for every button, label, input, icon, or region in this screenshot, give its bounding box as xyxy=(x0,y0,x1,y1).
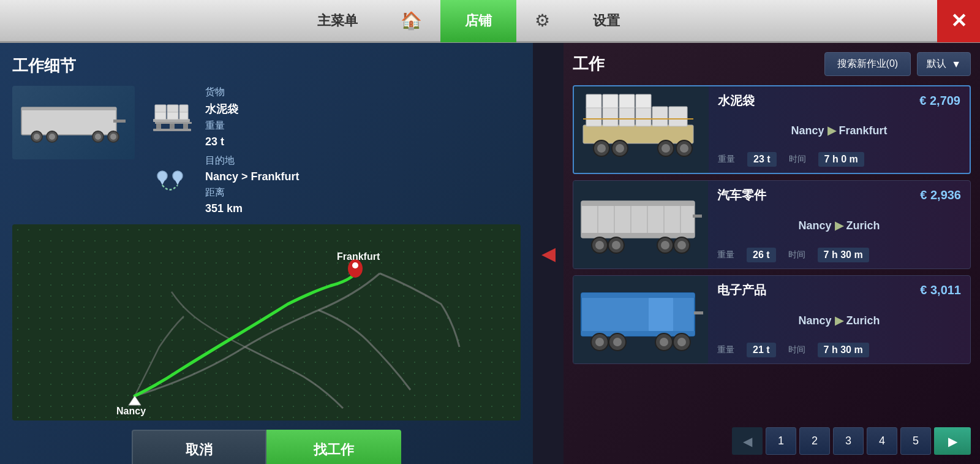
pagination: ◀ 1 2 3 4 5 ▶ xyxy=(573,427,971,455)
svg-rect-69 xyxy=(693,215,702,218)
job-arrow-3: ▶ xyxy=(835,314,846,327)
weight-value-1: 23 t xyxy=(747,152,777,167)
cargo-type-row: 货物 水泥袋 重量 23 t xyxy=(147,86,521,148)
close-button[interactable]: ✕ xyxy=(937,0,980,42)
left-panel: 工作细节 xyxy=(0,43,533,464)
curtain-trailer-svg xyxy=(576,183,705,268)
svg-rect-39 xyxy=(586,94,601,108)
time-label-3: 时间 xyxy=(788,344,805,356)
svg-rect-70 xyxy=(581,293,695,336)
job-route-1: Nancy ▶ Frankfurt xyxy=(718,124,960,137)
page-prev-button[interactable]: ◀ xyxy=(732,427,763,455)
trailer-svg xyxy=(18,98,129,147)
svg-rect-35 xyxy=(619,107,635,126)
flatbed-trailer-svg xyxy=(577,88,706,174)
cancel-button[interactable]: 取消 xyxy=(132,430,266,464)
svg-rect-71 xyxy=(581,293,695,298)
job-thumb-2 xyxy=(573,181,708,269)
job-price-1: € 2,709 xyxy=(919,94,960,108)
default-dropdown[interactable]: 默认 ▼ xyxy=(917,52,971,76)
svg-point-79 xyxy=(613,338,622,346)
job-arrow-2: ▶ xyxy=(835,219,846,232)
svg-rect-20 xyxy=(170,124,175,129)
time-value-2: 7 h 30 m xyxy=(818,248,869,262)
nav-shop[interactable]: 店铺 xyxy=(440,0,516,42)
svg-rect-1 xyxy=(21,107,116,110)
job-top-row-1: 水泥袋 € 2,709 xyxy=(718,93,960,109)
svg-text:Nancy: Nancy xyxy=(116,406,146,416)
job-card-2[interactable]: 汽车零件 € 2,936 Nancy ▶ Zurich 重量 26 t 时间 7… xyxy=(573,180,971,269)
svg-rect-10 xyxy=(113,120,126,123)
location-icon xyxy=(150,167,193,203)
cargo-pallet-icon-area xyxy=(147,99,196,135)
svg-rect-75 xyxy=(649,298,673,331)
weight-value-2: 26 t xyxy=(747,248,776,262)
nav-settings-icon[interactable]: ⚙ xyxy=(516,0,568,42)
page-btn-1[interactable]: 1 xyxy=(766,427,796,455)
svg-rect-22 xyxy=(153,129,191,131)
nav-settings[interactable]: 设置 xyxy=(568,0,644,42)
svg-point-66 xyxy=(661,241,669,249)
distance-label: 距离 xyxy=(205,186,300,199)
search-new-jobs-button[interactable]: 搜索新作业(0) xyxy=(824,52,911,76)
job-stats-3: 重量 21 t 时间 7 h 30 m xyxy=(717,343,961,357)
svg-point-47 xyxy=(616,144,624,153)
find-job-button[interactable]: 找工作 xyxy=(266,430,401,464)
svg-point-62 xyxy=(595,241,604,249)
map-area: Nancy Frankfurt xyxy=(12,224,521,420)
cargo-info-area: 货物 水泥袋 重量 23 t xyxy=(12,86,521,215)
page-btn-5[interactable]: 5 xyxy=(900,427,931,455)
bottom-buttons: 取消 找工作 xyxy=(12,430,521,464)
job-card-3[interactable]: 电子产品 € 3,011 Nancy ▶ Zurich 重量 21 t 时间 7… xyxy=(573,275,971,364)
nav-home-icon[interactable]: 🏠 xyxy=(382,0,440,42)
location-icon-area xyxy=(147,167,196,203)
job-info-3: 电子产品 € 3,011 Nancy ▶ Zurich 重量 21 t 时间 7… xyxy=(708,276,970,363)
box-trailer-svg xyxy=(576,278,705,363)
job-to-1: Frankfurt xyxy=(839,124,888,137)
job-from-3: Nancy xyxy=(798,314,831,327)
top-navigation: 主菜单 🏠 店铺 ⚙ 设置 ✕ xyxy=(0,0,980,43)
divider-arrow[interactable]: ◀ xyxy=(533,43,564,464)
page-next-button[interactable]: ▶ xyxy=(934,427,971,455)
svg-rect-16 xyxy=(167,105,178,112)
svg-rect-84 xyxy=(694,311,703,314)
svg-rect-19 xyxy=(156,124,161,129)
weight-value: 23 t xyxy=(205,135,238,148)
job-list: 水泥袋 € 2,709 Nancy ▶ Frankfurt 重量 23 t 时间… xyxy=(573,85,971,421)
weight-value-3: 21 t xyxy=(747,343,776,357)
right-panel: 工作 搜索新作业(0) 默认 ▼ xyxy=(564,43,980,464)
job-stats-1: 重量 23 t 时间 7 h 0 m xyxy=(718,152,960,167)
svg-rect-52 xyxy=(581,201,695,238)
svg-rect-36 xyxy=(636,107,651,126)
left-arrow-icon: ◀ xyxy=(541,243,556,264)
job-thumb-1 xyxy=(574,86,709,174)
job-thumb-3 xyxy=(573,276,708,364)
nav-main-menu[interactable]: 主菜单 xyxy=(293,0,382,42)
svg-rect-38 xyxy=(669,107,687,126)
destination-value: Nancy > Frankfurt xyxy=(205,170,300,183)
page-btn-4[interactable]: 4 xyxy=(867,427,897,455)
time-label-2: 时间 xyxy=(788,249,805,261)
dropdown-arrow-icon: ▼ xyxy=(951,59,961,70)
job-info-2: 汽车零件 € 2,936 Nancy ▶ Zurich 重量 26 t 时间 7… xyxy=(708,181,970,268)
svg-point-83 xyxy=(677,338,686,346)
job-to-3: Zurich xyxy=(846,314,880,327)
svg-rect-41 xyxy=(619,94,635,108)
job-card-1[interactable]: 水泥袋 € 2,709 Nancy ▶ Frankfurt 重量 23 t 时间… xyxy=(573,85,971,174)
page-btn-3[interactable]: 3 xyxy=(833,427,864,455)
svg-point-3 xyxy=(34,134,40,140)
job-info-1: 水泥袋 € 2,709 Nancy ▶ Frankfurt 重量 23 t 时间… xyxy=(709,86,970,173)
weight-label: 重量 xyxy=(205,120,238,132)
svg-point-81 xyxy=(660,338,668,346)
svg-marker-27 xyxy=(129,396,141,405)
job-top-row-2: 汽车零件 € 2,936 xyxy=(717,187,961,203)
destination-info-block: 目的地 Nancy > Frankfurt 距离 351 km xyxy=(205,154,300,215)
svg-rect-21 xyxy=(183,124,188,129)
svg-point-7 xyxy=(95,134,101,140)
nav-items: 主菜单 🏠 店铺 ⚙ 设置 xyxy=(0,0,937,42)
job-stats-2: 重量 26 t 时间 7 h 30 m xyxy=(717,248,961,262)
page-btn-2[interactable]: 2 xyxy=(799,427,830,455)
svg-point-9 xyxy=(110,134,116,140)
left-panel-title: 工作细节 xyxy=(12,55,521,77)
right-panel-title: 工作 xyxy=(573,53,605,75)
